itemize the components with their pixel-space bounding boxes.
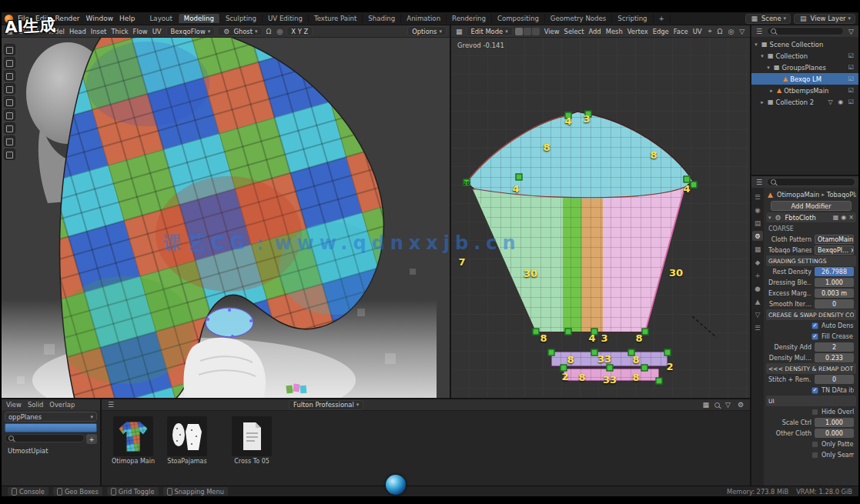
selected-cuff[interactable] — [206, 308, 253, 338]
vertex-marker[interactable] — [664, 349, 671, 356]
workspace-tab[interactable]: Texture Paint — [309, 14, 363, 23]
outliner-row[interactable]: ▲ Bexqo LM ☑ — [751, 73, 858, 85]
header-menu-item[interactable]: Mesh — [604, 28, 625, 35]
filter-icon[interactable]: ▽ — [738, 28, 746, 35]
workspace-tab[interactable]: Sculpting — [220, 14, 263, 23]
workspace-tab[interactable]: Scripting — [612, 14, 653, 23]
property-value[interactable]: 0.003 m — [815, 289, 854, 298]
outliner-row[interactable]: ▾ ▦ GroupsPlanes ☑ — [751, 62, 858, 73]
workspace-tab[interactable]: UV Editing — [263, 14, 309, 23]
properties-tab[interactable]: ◉ — [752, 205, 763, 215]
disclosure-icon[interactable]: ▾ — [753, 42, 759, 48]
workspace-tab[interactable]: Layout — [145, 14, 179, 23]
checkbox[interactable] — [811, 322, 818, 329]
snap-magnet-icon[interactable]: Ω — [265, 28, 273, 35]
properties-tab[interactable]: ⚙ — [752, 231, 763, 241]
viewport-pattern[interactable]: Grevod -0.141 4388443030784388338228338 … — [451, 38, 750, 398]
panel-tab[interactable]: Solid — [28, 401, 43, 409]
move-tool-icon[interactable] — [4, 83, 15, 95]
editor-type-icon[interactable]: ▦ — [454, 28, 464, 35]
transform-tool-icon[interactable] — [4, 122, 15, 134]
workspace-tab[interactable]: Geometry Nodes — [545, 14, 613, 23]
properties-search-input[interactable] — [767, 178, 855, 186]
transform-pivot-icon[interactable]: ⌖ — [707, 27, 714, 35]
render-toggle-icon[interactable]: ◉ — [841, 214, 846, 221]
scene-selector[interactable]: ▦ Scene ▾ — [745, 14, 791, 24]
add-button[interactable]: + — [86, 434, 97, 444]
checkbox[interactable] — [811, 409, 818, 416]
visibility-toggles[interactable]: ☑ — [848, 64, 855, 71]
outliner-row[interactable]: ▾ ▦ Collection ☑ — [751, 50, 858, 62]
panel-tab[interactable]: View — [6, 401, 22, 409]
add-modifier-button[interactable]: Add Modifier — [771, 201, 852, 211]
filter-icon[interactable]: ▽ — [847, 28, 855, 35]
header-menu-item[interactable]: Head — [67, 28, 89, 35]
vertex-marker[interactable] — [516, 174, 523, 181]
properties-tab[interactable]: ▤ — [752, 218, 763, 228]
flow-tool-dropdown[interactable]: BexqoFlow ▾ — [166, 26, 216, 36]
checkbox[interactable] — [811, 452, 818, 459]
property-value[interactable]: OtamoMain × — [815, 235, 854, 244]
view-layer-selector[interactable]: ▤ View Layer ▾ — [794, 14, 855, 24]
properties-tab[interactable]: ● — [752, 283, 763, 293]
checkbox[interactable] — [811, 441, 818, 448]
visibility-toggles[interactable]: ☑ — [848, 75, 855, 82]
workspace-tab[interactable]: Animation — [401, 14, 447, 23]
vertex-marker[interactable] — [656, 378, 663, 385]
cursor-tool-icon[interactable] — [4, 70, 15, 82]
outliner-row[interactable]: ▾ ▦ Scene Collection — [751, 38, 858, 50]
header-menu-item[interactable]: Flow — [131, 28, 150, 35]
viewport-3d[interactable] — [2, 38, 451, 398]
properties-tab[interactable]: ▽ — [752, 309, 763, 319]
disclosure-icon[interactable]: ▸ — [759, 99, 765, 105]
header-menu-item[interactable]: Thick — [109, 28, 130, 35]
disclosure-icon[interactable]: ▾ — [759, 53, 765, 59]
proportional-edit-icon[interactable]: ◎ — [275, 28, 284, 35]
display-toggle-icon[interactable]: ▦ — [833, 214, 839, 221]
visibility-toggles[interactable]: ☑ — [848, 87, 855, 94]
workspace-tab[interactable]: Shading — [363, 14, 401, 23]
vertex-marker[interactable] — [533, 329, 540, 335]
vertex-marker[interactable] — [642, 329, 649, 335]
properties-tab[interactable]: ☰ — [752, 322, 763, 332]
measure-tool-icon[interactable] — [4, 149, 15, 160]
header-menu-item[interactable]: UV — [150, 28, 164, 35]
properties-tab[interactable]: ◆ — [752, 257, 763, 267]
display-size-icon[interactable]: ▦ — [701, 401, 711, 409]
header-menu-item[interactable]: Face — [671, 28, 691, 35]
property-value[interactable]: 1.000 — [815, 278, 854, 287]
header-menu-item[interactable]: Edge — [651, 28, 671, 35]
ghost-dropdown[interactable]: ⚙ Ghost ▾ — [217, 26, 262, 36]
filter-icon[interactable]: ▽ — [724, 401, 732, 409]
workspace-tab[interactable]: Rendering — [447, 14, 492, 23]
search-icon[interactable] — [714, 402, 720, 408]
disclosure-icon[interactable]: ▸ — [768, 88, 775, 94]
visibility-toggles[interactable]: ▽ ◉ ☑ — [828, 98, 855, 105]
asset-tile-pattern-pieces[interactable]: StoaPajamas — [165, 416, 209, 465]
disclosure-icon[interactable]: ▾ — [765, 65, 771, 71]
panel-tab[interactable]: Overlap — [49, 401, 75, 409]
workspace-tab[interactable]: + — [654, 14, 671, 23]
property-value[interactable]: 0 — [815, 299, 854, 309]
editor-type-icon[interactable]: ☰ — [755, 28, 764, 35]
menu-item[interactable]: Window — [83, 15, 117, 22]
breadcrumb-object[interactable]: OtimopaMain — [777, 191, 819, 199]
snap-magnet-icon[interactable]: Ω — [716, 28, 724, 35]
close-icon[interactable]: × — [848, 214, 854, 221]
properties-tab[interactable]: ☰ — [752, 192, 763, 202]
asset-tile-file[interactable]: Cross To 05 — [229, 416, 274, 465]
header-menu-item[interactable]: Vertex — [625, 28, 651, 35]
header-menu-item[interactable]: View — [542, 28, 562, 35]
breadcrumb-data[interactable]: TobaqoPlanes — [827, 191, 856, 199]
vertex-marker[interactable] — [641, 365, 648, 372]
vertex-marker[interactable] — [607, 365, 614, 372]
viewport-3d-canvas[interactable] — [2, 38, 450, 398]
header-menu-item[interactable]: UV — [691, 28, 704, 35]
property-value[interactable]: 1.000 — [815, 418, 854, 427]
outliner-row[interactable]: ▸ ▲ OtbempsMain ☑ — [751, 85, 858, 96]
asset-library-dropdown[interactable]: Fulton Professional ▾ — [289, 400, 363, 410]
menu-item[interactable]: Help — [116, 15, 139, 22]
property-value[interactable]: 26.7988 — [815, 267, 854, 276]
header-menu-item[interactable]: Add — [586, 28, 603, 35]
vertex-marker[interactable] — [565, 329, 572, 335]
